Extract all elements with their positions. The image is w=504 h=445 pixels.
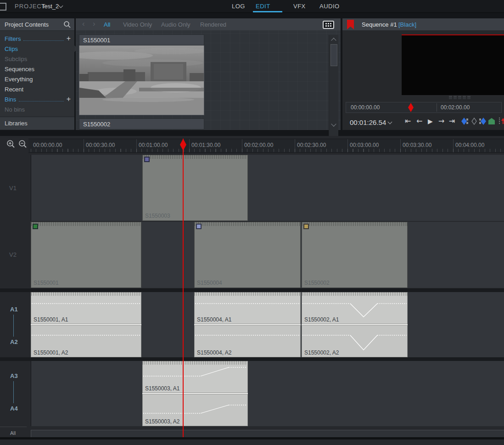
viewer-grip-dot[interactable] bbox=[467, 96, 470, 99]
playhead[interactable] bbox=[183, 139, 184, 437]
clip-color-tag bbox=[144, 157, 150, 162]
tab-vfx[interactable]: VFX bbox=[293, 3, 306, 10]
browser-scrollbar[interactable] bbox=[329, 35, 338, 145]
timeline-audio-clip[interactable]: S1550003, A1 S1550003, A2 bbox=[142, 361, 248, 426]
track-label-v2[interactable]: V2 bbox=[9, 251, 17, 258]
timeline-video-clip[interactable]: S1550004 bbox=[194, 222, 301, 288]
clip-label: S1550002, A1 bbox=[304, 316, 339, 323]
nav-forward-icon[interactable]: › bbox=[93, 19, 95, 28]
go-to-start-button[interactable]: ⇤ bbox=[405, 117, 411, 125]
viewer-header: Sequence #1 [Black] bbox=[342, 18, 504, 30]
timeline-video-clip[interactable]: S1550001 bbox=[31, 222, 141, 288]
play-button[interactable]: ▶ bbox=[428, 118, 433, 125]
sidebar-group-filters[interactable]: Filters + bbox=[5, 34, 71, 43]
track-label-a3[interactable]: A3 bbox=[10, 372, 18, 379]
viewer-timecode-bar[interactable]: 00:00:00.00 00:02:00.00 bbox=[346, 102, 502, 113]
track-v1[interactable] bbox=[31, 155, 504, 221]
sidebar-item-no-bins: No bins bbox=[5, 105, 71, 114]
clip-color-tag bbox=[33, 224, 38, 229]
sequence-title[interactable]: Sequence #1 bbox=[362, 21, 397, 28]
browser-header: ‹ › All Video Only Audio Only Rendered bbox=[76, 18, 341, 30]
window-icon[interactable] bbox=[0, 3, 6, 11]
viewer-playhead-marker[interactable] bbox=[408, 103, 414, 112]
project-name[interactable]: Test_2 bbox=[41, 3, 59, 10]
project-contents-header: Project Contents bbox=[0, 18, 74, 31]
browser-tab-rendered[interactable]: Rendered bbox=[200, 21, 226, 28]
trim-out-point-icon[interactable] bbox=[478, 118, 487, 125]
timeline-audio-clip[interactable]: S1550001, A1 S1550001, A2 bbox=[31, 292, 141, 357]
clip-label: S1550001 bbox=[34, 280, 59, 286]
timeline-audio-clip[interactable]: S1550002, A1 S1550002, A2 bbox=[302, 292, 408, 357]
zoom-out-icon[interactable] bbox=[18, 140, 28, 149]
track-label-all: All bbox=[10, 430, 16, 436]
tab-log[interactable]: LOG bbox=[232, 3, 245, 10]
timeline-ruler[interactable]: 00:00:00.00 00:00:30.00 00:01:00.00 00:0… bbox=[28, 139, 504, 153]
scrollbar-thumb[interactable] bbox=[330, 44, 337, 66]
add-filter-button[interactable]: + bbox=[67, 35, 71, 42]
sync-lock-icon[interactable] bbox=[488, 118, 495, 124]
timeline-video-clip[interactable]: S1550003 bbox=[142, 155, 248, 221]
active-tab-underline bbox=[253, 11, 282, 12]
tab-edit[interactable]: EDIT bbox=[256, 3, 270, 10]
range-end-timecode: 00:02:00.00 bbox=[441, 104, 470, 111]
clip-color-tag bbox=[303, 224, 309, 229]
clip-color-tag bbox=[196, 224, 202, 229]
sidebar-item-subclips[interactable]: Subclips bbox=[5, 54, 71, 63]
commit-up-icon[interactable] bbox=[498, 118, 504, 125]
clip-tile[interactable]: S1550002 bbox=[79, 118, 204, 130]
project-dropdown-chevron-icon[interactable] bbox=[59, 4, 63, 8]
viewer-grip-dot[interactable] bbox=[454, 96, 457, 99]
timeline-overview-scrollbar[interactable] bbox=[31, 430, 504, 438]
dotted-leader bbox=[23, 40, 63, 41]
panel-title: Project Contents bbox=[5, 21, 49, 28]
tab-audio[interactable]: AUDIO bbox=[319, 3, 340, 10]
browser-tab-all[interactable]: All bbox=[104, 21, 110, 28]
timeline-audio-clip[interactable]: S1550004, A1 S1550004, A2 bbox=[194, 292, 301, 357]
sidebar-item-sequences[interactable]: Sequences bbox=[5, 64, 71, 73]
clip-label: S1550004 bbox=[197, 280, 222, 286]
scroll-up-icon[interactable] bbox=[331, 38, 336, 43]
zoom-in-icon[interactable] bbox=[6, 140, 16, 149]
clip-thumbnail[interactable] bbox=[79, 45, 204, 115]
go-to-end-button[interactable]: ⇥ bbox=[449, 117, 455, 125]
current-timecode[interactable]: 00:01:26.54 bbox=[350, 118, 386, 126]
scroll-down-icon[interactable] bbox=[331, 121, 336, 126]
viewer-grip-dot[interactable] bbox=[463, 96, 466, 99]
trim-in-point-icon[interactable] bbox=[461, 118, 469, 125]
clip-tile-header[interactable]: S1550002 bbox=[79, 118, 204, 130]
sidebar-item-everything[interactable]: Everything bbox=[5, 74, 71, 84]
sidebar-group-bins[interactable]: Bins + bbox=[5, 95, 71, 104]
step-forward-button[interactable]: → bbox=[438, 117, 444, 125]
timecode-dropdown-chevron-icon[interactable] bbox=[388, 120, 392, 124]
trim-both-icon[interactable] bbox=[470, 118, 478, 125]
search-icon[interactable] bbox=[63, 21, 71, 28]
track-label-a2[interactable]: A2 bbox=[10, 338, 18, 345]
clip-tile-header[interactable]: S1550001 bbox=[79, 34, 204, 45]
browser-tab-audio-only[interactable]: Audio Only bbox=[161, 21, 190, 28]
nav-back-icon[interactable]: ‹ bbox=[82, 19, 85, 28]
bookmark-flag-icon[interactable] bbox=[347, 20, 354, 29]
sidebar-item-recent[interactable]: Recent bbox=[5, 84, 71, 94]
sidebar-item-clips[interactable]: Clips bbox=[5, 44, 71, 53]
step-back-button[interactable]: ← bbox=[416, 117, 422, 125]
timeline: 00:00:00.00 00:00:30.00 00:01:00.00 00:0… bbox=[0, 136, 504, 445]
timecode-bar-divider bbox=[437, 103, 437, 112]
ruler-label: 00:01:30.00 bbox=[191, 142, 220, 148]
clip-label: S1550001, A2 bbox=[34, 349, 68, 356]
timeline-video-clip[interactable]: S1550002 bbox=[302, 222, 408, 288]
video-preview[interactable] bbox=[402, 34, 504, 95]
track-label-a4[interactable]: A4 bbox=[10, 405, 18, 412]
clip-label: S1550002 bbox=[304, 280, 330, 286]
track-label-v1[interactable]: V1 bbox=[9, 185, 17, 192]
viewer-grip-dot[interactable] bbox=[458, 96, 461, 99]
track-a3-a4[interactable] bbox=[31, 361, 504, 426]
track-label-a1[interactable]: A1 bbox=[10, 306, 18, 313]
viewer-grip-dot[interactable] bbox=[449, 96, 452, 99]
sequence-mode-link[interactable]: [Black] bbox=[398, 21, 416, 28]
sidebar-item-libraries[interactable]: Libraries bbox=[0, 117, 74, 130]
clip-tile[interactable]: S1550001 bbox=[79, 34, 204, 115]
browser-tab-video-only[interactable]: Video Only bbox=[123, 21, 152, 28]
clip-label: S1550004, A2 bbox=[197, 349, 231, 356]
tile-view-icon[interactable] bbox=[323, 21, 334, 29]
add-bin-button[interactable]: + bbox=[67, 96, 71, 102]
